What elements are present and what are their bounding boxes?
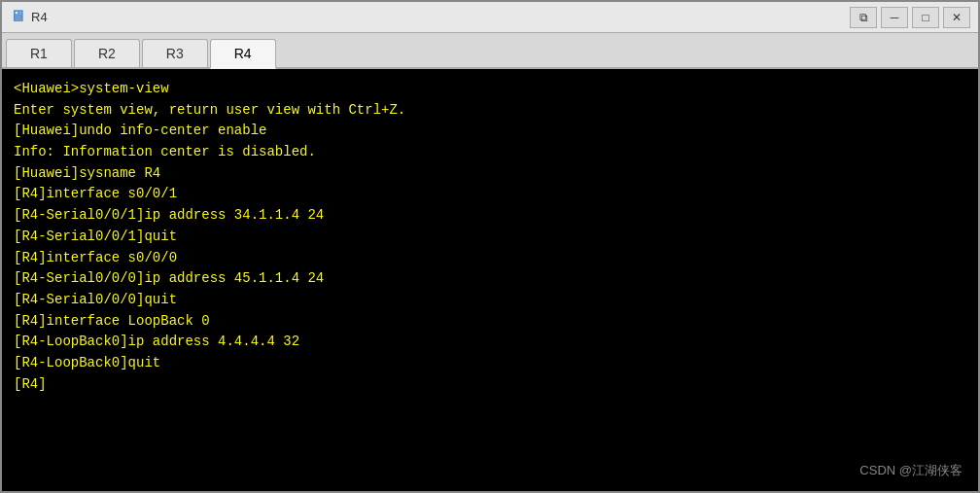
- terminal-line: Info: Information center is disabled.: [14, 142, 966, 163]
- restore-button[interactable]: ⧉: [850, 7, 877, 28]
- tab-r3[interactable]: R3: [142, 39, 208, 67]
- tab-r4[interactable]: R4: [210, 39, 276, 69]
- terminal-line: [R4]interface s0/0/1: [14, 184, 966, 205]
- terminal-line: [Huawei]sysname R4: [14, 163, 966, 185]
- title-bar-left: 🖥 R4: [10, 8, 48, 26]
- terminal-area: <Huawei>system-viewEnter system view, re…: [2, 69, 978, 491]
- tab-r2[interactable]: R2: [74, 39, 140, 67]
- terminal-line: [R4-LoopBack0]quit: [14, 353, 966, 374]
- terminal-line: <Huawei>system-view: [14, 79, 966, 100]
- app-icon: 🖥: [10, 8, 25, 26]
- terminal-line: [R4]interface LoopBack 0: [14, 311, 966, 333]
- terminal-line: [R4-Serial0/0/0]ip address 45.1.1.4 24: [14, 268, 966, 290]
- terminal-line: [R4-Serial0/0/1]ip address 34.1.1.4 24: [14, 205, 966, 227]
- terminal-line: [R4-Serial0/0/1]quit: [14, 227, 966, 248]
- title-bar: 🖥 R4 ⧉ ─ □ ✕: [2, 2, 978, 33]
- close-button[interactable]: ✕: [943, 7, 970, 28]
- terminal-line: [R4-Serial0/0/0]quit: [14, 290, 966, 311]
- terminal-line: [R4]interface s0/0/0: [14, 248, 966, 269]
- terminal-content: <Huawei>system-viewEnter system view, re…: [14, 79, 966, 395]
- tab-r1[interactable]: R1: [6, 39, 72, 67]
- window-title: R4: [31, 10, 48, 24]
- main-window: 🖥 R4 ⧉ ─ □ ✕ R1 R2 R3 R4 <Huawei>system-…: [0, 0, 980, 493]
- terminal-line: [Huawei]undo info-center enable: [14, 121, 966, 142]
- minimize-button[interactable]: ─: [881, 7, 908, 28]
- terminal-line: [R4-LoopBack0]ip address 4.4.4.4 32: [14, 332, 966, 353]
- terminal-line: [R4]: [14, 374, 966, 396]
- watermark: CSDN @江湖侠客: [859, 462, 962, 479]
- terminal-line: Enter system view, return user view with…: [14, 100, 966, 122]
- maximize-button[interactable]: □: [912, 7, 939, 28]
- window-controls: ⧉ ─ □ ✕: [850, 7, 970, 28]
- tab-bar: R1 R2 R3 R4: [2, 33, 978, 69]
